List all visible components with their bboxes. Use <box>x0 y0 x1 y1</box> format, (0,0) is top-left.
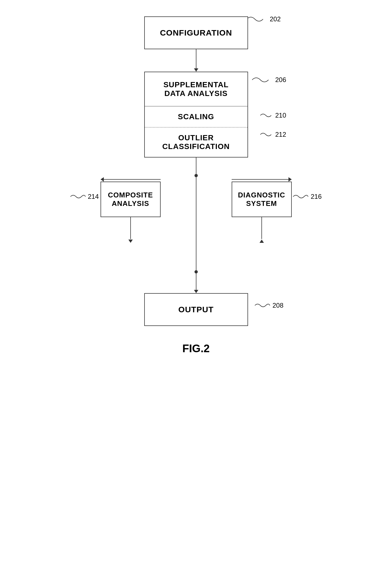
diagnostic-box: DIAGNOSTIC SYSTEM <box>232 182 292 217</box>
diagnostic-label: DIAGNOSTIC SYSTEM <box>238 191 285 208</box>
ref-212: 212 <box>275 131 286 138</box>
figure-label: FIG.2 <box>182 342 210 355</box>
composite-label: COMPOSITE ANALYSIS <box>108 191 153 208</box>
scaling-label: SCALING <box>145 106 247 127</box>
ref-208: 208 <box>272 302 283 309</box>
diagram: 202 CONFIGURATION 206 210 <box>73 16 319 355</box>
output-label: OUTPUT <box>178 305 214 314</box>
ref-206: 206 <box>275 76 286 84</box>
configuration-box: CONFIGURATION <box>144 16 248 49</box>
supplemental-box: SUPPLEMENTAL DATA ANALYSIS SCALING OUTLI… <box>144 72 248 158</box>
supplemental-label: SUPPLEMENTAL DATA ANALYSIS <box>145 72 247 106</box>
ref-214: 214 <box>88 193 99 200</box>
composite-box: COMPOSITE ANALYSIS <box>101 182 161 217</box>
ref-202: 202 <box>270 15 281 23</box>
configuration-label: CONFIGURATION <box>160 28 232 37</box>
ref-210: 210 <box>275 112 286 119</box>
ref-216: 216 <box>311 193 322 200</box>
outlier-label: OUTLIER CLASSIFICATION <box>145 127 247 157</box>
output-box: OUTPUT <box>144 293 248 326</box>
